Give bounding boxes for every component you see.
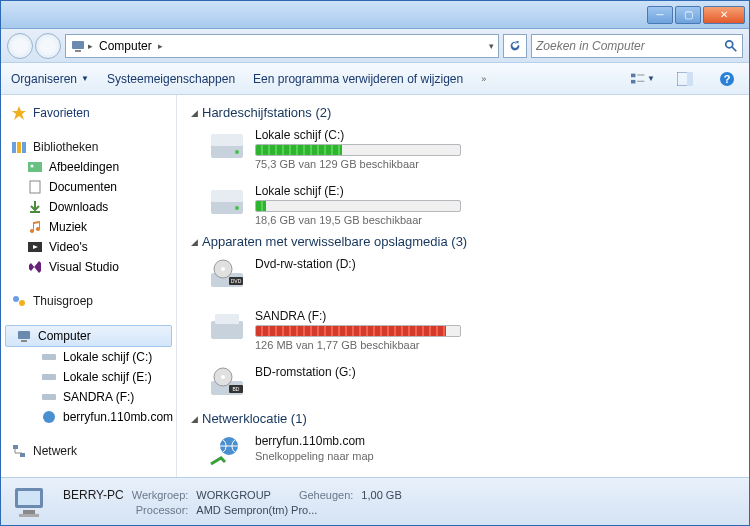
- capacity-bar: [255, 144, 461, 156]
- drive-icon: [41, 389, 57, 405]
- chevron-down-icon[interactable]: ▾: [489, 41, 494, 51]
- view-menu-button[interactable]: ▼: [631, 68, 655, 90]
- refresh-icon: [508, 39, 522, 53]
- svg-rect-0: [72, 41, 84, 49]
- svg-point-17: [31, 165, 34, 168]
- drive-c[interactable]: Lokale schijf (C:) 75,3 GB van 129 GB be…: [203, 124, 465, 174]
- uninstall-program-button[interactable]: Een programma verwijderen of wijzigen: [253, 72, 463, 86]
- svg-rect-7: [637, 80, 644, 81]
- forward-button[interactable]: [35, 33, 61, 59]
- breadcrumb[interactable]: ▸ Computer ▸ ▾: [65, 34, 499, 58]
- sidebar-item-afbeeldingen[interactable]: Afbeeldingen: [1, 157, 176, 177]
- computer-icon: [16, 328, 32, 344]
- close-button[interactable]: ✕: [703, 6, 745, 24]
- drive-icon: [41, 369, 57, 385]
- hdd-icon: [207, 184, 247, 222]
- libraries-icon: [11, 139, 27, 155]
- svg-rect-14: [17, 142, 21, 153]
- svg-text:BD: BD: [233, 386, 240, 392]
- svg-rect-56: [19, 514, 39, 517]
- svg-rect-25: [42, 354, 56, 360]
- maximize-button[interactable]: ▢: [675, 6, 701, 24]
- libraries-group[interactable]: Bibliotheken: [1, 137, 176, 157]
- navigation-pane: Favorieten Bibliotheken Afbeeldingen Doc…: [1, 95, 177, 477]
- svg-rect-55: [23, 510, 35, 514]
- content-pane: ◢Hardeschijfstations (2) Lokale schijf (…: [177, 95, 749, 477]
- refresh-button[interactable]: [503, 34, 527, 58]
- search-input[interactable]: [536, 39, 724, 53]
- drive-e[interactable]: Lokale schijf (E:) 18,6 GB van 19,5 GB b…: [203, 180, 465, 230]
- sidebar-item-videos[interactable]: Video's: [1, 237, 176, 257]
- star-icon: [11, 105, 27, 121]
- sidebar-item-drive-c[interactable]: Lokale schijf (C:): [1, 347, 176, 367]
- sidebar-item-muziek[interactable]: Muziek: [1, 217, 176, 237]
- help-button[interactable]: ?: [715, 68, 739, 90]
- organize-menu[interactable]: Organiseren ▼: [11, 72, 89, 86]
- view-icon: [631, 72, 647, 86]
- netloc-berryfun[interactable]: berryfun.110mb.com Snelkoppeling naar ma…: [203, 430, 465, 476]
- vs-icon: [27, 259, 43, 275]
- videos-icon: [27, 239, 43, 255]
- svg-marker-12: [12, 106, 26, 120]
- drive-d[interactable]: DVD Dvd-rw-station (D:): [203, 253, 465, 299]
- computer-big-icon: [11, 482, 51, 522]
- svg-point-22: [19, 300, 25, 306]
- sidebar-item-visualstudio[interactable]: Visual Studio: [1, 257, 176, 277]
- favorites-group[interactable]: Favorieten: [1, 103, 176, 123]
- svg-line-3: [732, 46, 736, 50]
- svg-rect-27: [42, 394, 56, 400]
- svg-rect-30: [20, 453, 25, 457]
- chevron-right-icon: ▸: [156, 41, 165, 51]
- svg-rect-24: [21, 340, 27, 342]
- svg-rect-1: [75, 50, 81, 52]
- system-properties-button[interactable]: Systeemeigenschappen: [107, 72, 235, 86]
- section-removable[interactable]: ◢Apparaten met verwisselbare opslagmedia…: [191, 230, 735, 253]
- sidebar-item-computer[interactable]: Computer: [5, 325, 172, 347]
- back-button[interactable]: [7, 33, 33, 59]
- svg-rect-13: [12, 142, 16, 153]
- titlebar: ─ ▢ ✕: [1, 1, 749, 29]
- bd-icon: BD: [207, 365, 247, 403]
- toolbar: Organiseren ▼ Systeemeigenschappen Een p…: [1, 63, 749, 95]
- svg-point-28: [43, 411, 55, 423]
- svg-rect-15: [22, 142, 26, 153]
- details-pane: BERRY-PC Werkgroep: WORKGROUP Geheugen: …: [1, 477, 749, 525]
- svg-point-2: [726, 40, 733, 47]
- svg-rect-26: [42, 374, 56, 380]
- sidebar-item-documenten[interactable]: Documenten: [1, 177, 176, 197]
- section-network[interactable]: ◢Netwerklocatie (1): [191, 407, 735, 430]
- drive-f[interactable]: SANDRA (F:) 126 MB van 1,77 GB beschikba…: [203, 305, 465, 355]
- sidebar-item-drive-f[interactable]: SANDRA (F:): [1, 387, 176, 407]
- svg-point-33: [235, 150, 239, 154]
- chevron-right-icon: ▸: [86, 41, 95, 51]
- status-name: BERRY-PC: [63, 488, 124, 502]
- drive-icon: [41, 349, 57, 365]
- search-box[interactable]: [531, 34, 743, 58]
- svg-rect-4: [631, 73, 635, 77]
- globe-icon: [41, 409, 57, 425]
- toolbar-overflow[interactable]: »: [481, 74, 486, 84]
- svg-point-39: [221, 267, 225, 271]
- svg-rect-16: [28, 162, 42, 172]
- computer-icon: [70, 38, 86, 54]
- homegroup-group[interactable]: Thuisgroep: [1, 291, 176, 311]
- svg-rect-23: [18, 331, 30, 339]
- network-group[interactable]: Netwerk: [1, 441, 176, 461]
- svg-point-46: [221, 375, 225, 379]
- pane-icon: [677, 72, 693, 86]
- network-icon: [11, 443, 27, 459]
- netloc-icon: [207, 434, 247, 472]
- svg-rect-5: [631, 79, 635, 83]
- section-hdd[interactable]: ◢Hardeschijfstations (2): [191, 101, 735, 124]
- minimize-button[interactable]: ─: [647, 6, 673, 24]
- drive-g[interactable]: BD BD-romstation (G:): [203, 361, 465, 407]
- svg-point-21: [13, 296, 19, 302]
- svg-rect-6: [637, 74, 644, 75]
- downloads-icon: [27, 199, 43, 215]
- music-icon: [27, 219, 43, 235]
- sidebar-item-berryfun[interactable]: berryfun.110mb.com: [1, 407, 176, 427]
- sidebar-item-downloads[interactable]: Downloads: [1, 197, 176, 217]
- preview-pane-button[interactable]: [673, 68, 697, 90]
- breadcrumb-computer[interactable]: Computer: [95, 39, 156, 53]
- sidebar-item-drive-e[interactable]: Lokale schijf (E:): [1, 367, 176, 387]
